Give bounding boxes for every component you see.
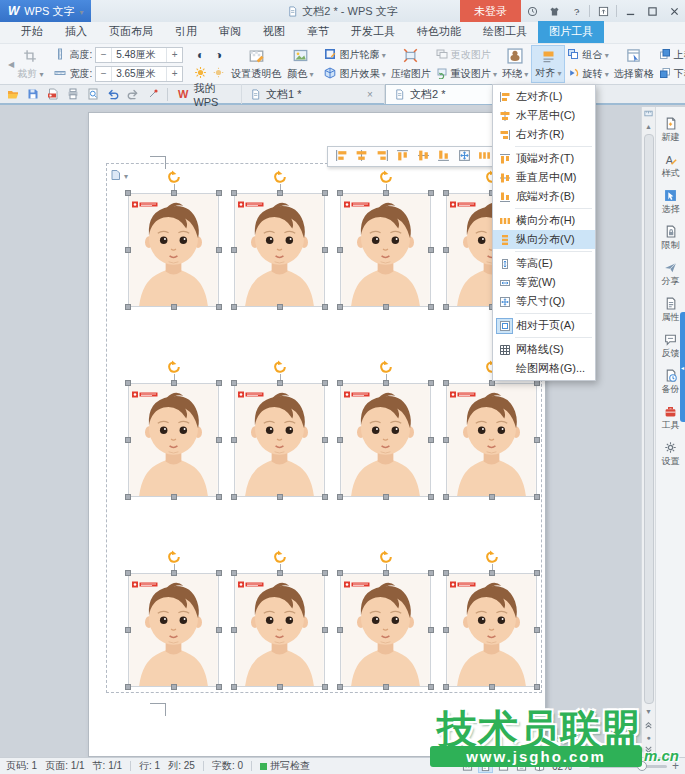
scroll-down-icon[interactable]: ▼ bbox=[642, 705, 656, 718]
set-transparent-color-button[interactable]: 设置透明色 bbox=[228, 45, 284, 83]
resize-handle-e[interactable] bbox=[322, 437, 328, 443]
outline-view-button[interactable] bbox=[514, 759, 529, 773]
menu-item-8[interactable]: 等高(E) bbox=[493, 254, 595, 273]
resize-handle-nw[interactable] bbox=[443, 190, 449, 196]
resize-handle-n[interactable] bbox=[383, 190, 389, 196]
resize-handle-e[interactable] bbox=[534, 627, 540, 633]
resize-handle-nw[interactable] bbox=[125, 570, 131, 576]
resize-handle-w[interactable] bbox=[443, 437, 449, 443]
wps-app-button[interactable]: W WPS 文字 bbox=[0, 0, 91, 22]
print-preview-button[interactable] bbox=[84, 86, 101, 103]
resize-handle-se[interactable] bbox=[428, 304, 434, 310]
resize-handle-s[interactable] bbox=[489, 684, 495, 690]
resize-handle-nw[interactable] bbox=[443, 570, 449, 576]
baby-photo-5[interactable] bbox=[128, 383, 219, 497]
align-center-button[interactable] bbox=[355, 149, 368, 164]
menu-item-4[interactable]: 垂直居中(M) bbox=[493, 168, 595, 187]
zoom-level[interactable]: 62% bbox=[552, 761, 572, 772]
resize-handle-nw[interactable] bbox=[337, 190, 343, 196]
sidebar-item-styles[interactable]: A样式 bbox=[662, 153, 680, 180]
spellcheck-status[interactable]: 拼写检查 bbox=[260, 759, 310, 773]
baby-photo-10[interactable] bbox=[234, 573, 325, 687]
baby-photo-3[interactable] bbox=[340, 193, 431, 307]
change-picture-button[interactable]: 更改图片 bbox=[436, 47, 497, 63]
resize-handle-n[interactable] bbox=[489, 570, 495, 576]
resize-handle-nw[interactable] bbox=[125, 190, 131, 196]
open-folder-button[interactable] bbox=[4, 86, 21, 103]
brightness-increase-icon[interactable] bbox=[193, 66, 208, 81]
resize-handle-n[interactable] bbox=[277, 190, 283, 196]
height-decrease-icon[interactable]: − bbox=[96, 49, 111, 60]
sidebar-item-backup[interactable]: 备份 bbox=[662, 369, 680, 396]
menu-item-1[interactable]: 水平居中(C) bbox=[493, 106, 595, 125]
resize-handle-nw[interactable] bbox=[125, 380, 131, 386]
resize-handle-nw[interactable] bbox=[231, 190, 237, 196]
resize-handle-n[interactable] bbox=[171, 570, 177, 576]
sidebar-item-select[interactable]: 选择 bbox=[662, 189, 680, 216]
scroll-up-icon[interactable]: ▲ bbox=[642, 120, 656, 133]
align-button[interactable]: 对齐 bbox=[531, 45, 565, 83]
resize-handle-nw[interactable] bbox=[337, 570, 343, 576]
sidebar-item-properties[interactable]: 属性 bbox=[662, 297, 680, 324]
close-tab-icon[interactable]: × bbox=[364, 89, 376, 100]
resize-handle-sw[interactable] bbox=[443, 494, 449, 500]
rotation-handle-icon[interactable] bbox=[167, 170, 181, 186]
rotation-handle-icon[interactable] bbox=[379, 550, 393, 566]
ribbon-tab-7[interactable]: 开发工具 bbox=[340, 21, 406, 43]
group-button[interactable]: 组合 bbox=[567, 47, 608, 63]
send-backward-button[interactable]: 下移一层 bbox=[659, 66, 685, 82]
resize-handle-sw[interactable] bbox=[231, 494, 237, 500]
resize-handle-w[interactable] bbox=[443, 247, 449, 253]
zoom-in-icon[interactable]: + bbox=[672, 759, 679, 773]
canvas-options-button[interactable]: ▾ bbox=[110, 169, 128, 183]
sidebar-item-new-doc[interactable]: 新建 bbox=[662, 117, 680, 144]
sidebar-item-feedback[interactable]: 反馈 bbox=[662, 333, 680, 360]
ribbon-tab-6[interactable]: 章节 bbox=[296, 21, 340, 43]
resize-handle-s[interactable] bbox=[277, 684, 283, 690]
help-button[interactable]: ? bbox=[565, 1, 587, 21]
resize-handle-n[interactable] bbox=[171, 380, 177, 386]
resize-handle-e[interactable] bbox=[322, 247, 328, 253]
resize-handle-nw[interactable] bbox=[231, 380, 237, 386]
resize-handle-n[interactable] bbox=[383, 380, 389, 386]
sidebar-item-tools[interactable]: 工具 bbox=[662, 405, 680, 432]
equal-size-button[interactable] bbox=[458, 149, 471, 164]
menu-item-9[interactable]: 等宽(W) bbox=[493, 273, 595, 292]
ruler-toggle-icon[interactable] bbox=[642, 107, 656, 120]
minimize-button[interactable] bbox=[619, 1, 641, 21]
resize-handle-s[interactable] bbox=[171, 304, 177, 310]
width-increase-icon[interactable]: + bbox=[167, 68, 182, 79]
sidebar-item-restrict[interactable]: 限制 bbox=[662, 225, 680, 252]
menu-item-10[interactable]: 等尺寸(Q) bbox=[493, 292, 595, 311]
task-pane-handle[interactable]: ◂ bbox=[680, 312, 685, 422]
align-right-button[interactable] bbox=[376, 149, 389, 164]
resize-handle-se[interactable] bbox=[322, 304, 328, 310]
resize-handle-w[interactable] bbox=[337, 247, 343, 253]
menu-item-7[interactable]: 纵向分布(V) bbox=[493, 230, 595, 249]
menu-item-3[interactable]: 顶端对齐(T) bbox=[493, 149, 595, 168]
menu-item-2[interactable]: 右对齐(R) bbox=[493, 125, 595, 144]
baby-photo-2[interactable] bbox=[234, 193, 325, 307]
resize-handle-e[interactable] bbox=[428, 627, 434, 633]
resize-handle-ne[interactable] bbox=[322, 570, 328, 576]
resize-handle-se[interactable] bbox=[216, 494, 222, 500]
resize-handle-w[interactable] bbox=[125, 627, 131, 633]
resize-handle-sw[interactable] bbox=[443, 684, 449, 690]
crop-button[interactable]: 裁剪 bbox=[14, 45, 46, 83]
previous-page-icon[interactable] bbox=[642, 718, 656, 731]
height-value[interactable]: 5.48厘米 bbox=[111, 48, 167, 62]
zoom-out-icon[interactable]: − bbox=[577, 759, 584, 773]
align-bottom-button[interactable] bbox=[437, 149, 450, 164]
ribbon-tab-10[interactable]: 图片工具 bbox=[538, 21, 604, 43]
refresh-button[interactable] bbox=[521, 1, 543, 21]
align-middle-button[interactable] bbox=[417, 149, 430, 164]
reset-picture-button[interactable]: 重设图片 bbox=[436, 66, 497, 82]
resize-handle-s[interactable] bbox=[277, 494, 283, 500]
menu-item-5[interactable]: 底端对齐(B) bbox=[493, 187, 595, 206]
selection-pane-button[interactable]: 选择窗格 bbox=[611, 45, 657, 83]
ribbon-tab-4[interactable]: 审阅 bbox=[208, 21, 252, 43]
baby-photo-8[interactable] bbox=[446, 383, 537, 497]
resize-handle-w[interactable] bbox=[443, 627, 449, 633]
resize-handle-se[interactable] bbox=[216, 684, 222, 690]
resize-handle-s[interactable] bbox=[383, 304, 389, 310]
